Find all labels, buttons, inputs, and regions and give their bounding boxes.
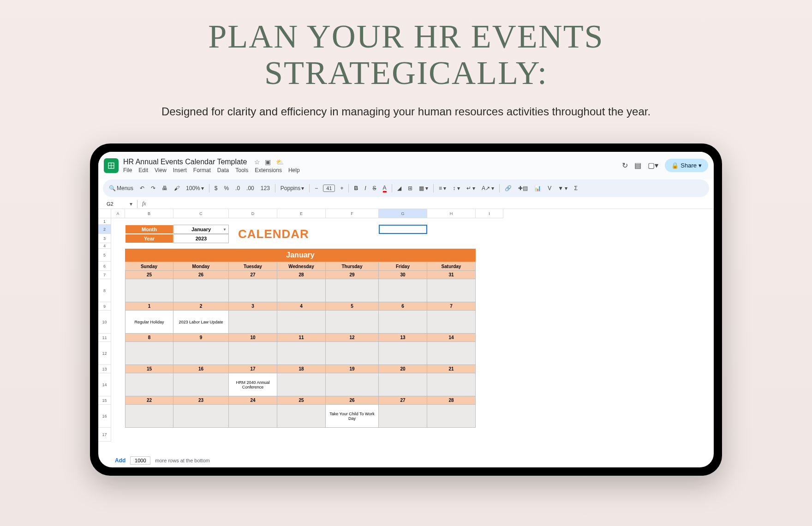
sheet-content[interactable]: CALENDARMonthJanuary▼Year2023JanuarySund… <box>111 218 714 442</box>
menu-format[interactable]: Format <box>193 167 211 173</box>
event-cell[interactable] <box>379 405 427 428</box>
row-header-1[interactable]: 1 <box>98 218 111 225</box>
event-cell[interactable] <box>326 342 379 365</box>
print-button[interactable]: 🖶 <box>161 184 169 192</box>
row-header-12[interactable]: 12 <box>98 342 111 365</box>
date-cell[interactable]: 1 <box>125 302 173 311</box>
row-header-10[interactable]: 10 <box>98 311 111 334</box>
event-cell[interactable]: Take Your Child To Work Day <box>326 405 379 428</box>
percent-button[interactable]: % <box>222 184 230 192</box>
menu-edit[interactable]: Edit <box>138 167 148 173</box>
date-cell[interactable]: 27 <box>229 271 277 279</box>
name-box[interactable]: G2 <box>107 201 125 207</box>
menu-file[interactable]: File <box>123 167 132 173</box>
event-cell[interactable] <box>277 311 326 334</box>
menu-extensions[interactable]: Extensions <box>255 167 282 173</box>
event-cell[interactable]: 2023 Labor Law Update <box>173 311 229 334</box>
event-cell[interactable] <box>427 342 476 365</box>
date-cell[interactable]: 3 <box>229 302 277 311</box>
zoom-select[interactable]: 100% ▾ <box>185 184 205 192</box>
row-header-2[interactable]: 2 <box>98 225 111 234</box>
col-header-I[interactable]: I <box>476 209 503 218</box>
v-align-button[interactable]: ↕ ▾ <box>451 184 461 192</box>
borders-button[interactable]: ⊞ <box>406 184 414 192</box>
fill-color-button[interactable]: ◢ <box>396 184 403 192</box>
date-cell[interactable]: 26 <box>326 396 379 405</box>
history-icon[interactable]: ↻ <box>622 161 628 170</box>
event-cell[interactable] <box>125 405 173 428</box>
date-cell[interactable]: 13 <box>379 334 427 342</box>
date-cell[interactable]: 28 <box>277 271 326 279</box>
search-menus[interactable]: 🔍 Menus <box>107 184 135 192</box>
date-cell[interactable]: 14 <box>427 334 476 342</box>
date-cell[interactable]: 16 <box>173 365 229 373</box>
date-cell[interactable]: 29 <box>326 271 379 279</box>
event-cell[interactable] <box>379 373 427 396</box>
row-header-13[interactable]: 13 <box>98 365 111 373</box>
event-cell[interactable]: Regular Holiday <box>125 311 173 334</box>
date-cell[interactable]: 2 <box>173 302 229 311</box>
italic-button[interactable]: I <box>363 184 367 192</box>
grid[interactable]: ABCDEFGHI CALENDARMonthJanuary▼Year2023J… <box>111 209 714 454</box>
date-cell[interactable]: 10 <box>229 334 277 342</box>
date-cell[interactable]: 12 <box>326 334 379 342</box>
menu-help[interactable]: Help <box>288 167 300 173</box>
col-header-C[interactable]: C <box>173 209 229 218</box>
comment-button[interactable]: ✚▤ <box>517 184 529 192</box>
comment-icon[interactable]: ▤ <box>634 161 641 170</box>
date-cell[interactable]: 11 <box>277 334 326 342</box>
font-select[interactable]: Poppins ▾ <box>279 184 305 192</box>
link-button[interactable]: 🔗 <box>503 184 513 192</box>
number-format-button[interactable]: 123 <box>259 184 271 192</box>
move-icon[interactable]: ▣ <box>265 158 271 166</box>
row-header-6[interactable]: 6 <box>98 262 111 271</box>
row-header-3[interactable]: 3 <box>98 234 111 243</box>
row-header-11[interactable]: 11 <box>98 334 111 342</box>
merge-button[interactable]: ▦ ▾ <box>418 184 430 192</box>
filter-views-button[interactable]: ▼ ▾ <box>556 184 569 192</box>
event-cell[interactable] <box>125 373 173 396</box>
event-cell[interactable] <box>427 279 476 302</box>
col-header-B[interactable]: B <box>125 209 173 218</box>
date-cell[interactable]: 20 <box>379 365 427 373</box>
wrap-button[interactable]: ↵ ▾ <box>465 184 477 192</box>
event-cell[interactable] <box>277 342 326 365</box>
row-header-5[interactable]: 5 <box>98 249 111 262</box>
event-cell[interactable] <box>229 342 277 365</box>
date-cell[interactable]: 6 <box>379 302 427 311</box>
event-cell[interactable] <box>125 342 173 365</box>
row-header-14[interactable]: 14 <box>98 373 111 396</box>
event-cell[interactable] <box>125 279 173 302</box>
font-size-inc[interactable]: + <box>339 184 345 192</box>
row-header-7[interactable]: 7 <box>98 271 111 279</box>
date-cell[interactable]: 15 <box>125 365 173 373</box>
row-header-9[interactable]: 9 <box>98 302 111 311</box>
year-value[interactable]: 2023 <box>173 234 229 243</box>
date-cell[interactable]: 26 <box>173 271 229 279</box>
star-icon[interactable]: ☆ <box>254 158 260 166</box>
add-rows-button[interactable]: Add <box>115 457 125 464</box>
row-header-17[interactable]: 17 <box>98 428 111 442</box>
rotate-button[interactable]: A↗ ▾ <box>480 184 496 192</box>
date-cell[interactable]: 19 <box>326 365 379 373</box>
date-cell[interactable]: 25 <box>125 271 173 279</box>
event-cell[interactable] <box>277 279 326 302</box>
share-button[interactable]: 🔒 Share ▾ <box>665 159 708 172</box>
date-cell[interactable]: 30 <box>379 271 427 279</box>
currency-button[interactable]: $ <box>213 184 219 192</box>
event-cell[interactable] <box>229 311 277 334</box>
rows-count-input[interactable] <box>130 456 150 465</box>
date-cell[interactable]: 22 <box>125 396 173 405</box>
event-cell[interactable] <box>173 342 229 365</box>
event-cell[interactable] <box>427 373 476 396</box>
date-cell[interactable]: 4 <box>277 302 326 311</box>
h-align-button[interactable]: ≡ ▾ <box>437 184 448 192</box>
col-header-A[interactable]: A <box>111 209 125 218</box>
doc-title[interactable]: HR Annual Events Calendar Template <box>123 158 247 166</box>
row-header-16[interactable]: 16 <box>98 405 111 428</box>
text-color-button[interactable]: A <box>382 184 388 193</box>
date-cell[interactable]: 18 <box>277 365 326 373</box>
filter-button[interactable]: V <box>546 184 553 192</box>
date-cell[interactable]: 9 <box>173 334 229 342</box>
menu-tools[interactable]: Tools <box>235 167 248 173</box>
